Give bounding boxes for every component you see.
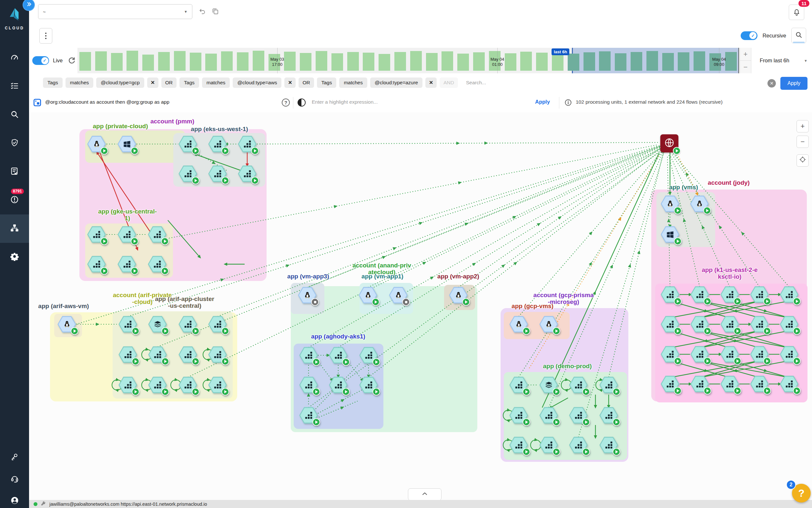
panel-expand-button[interactable]: [408, 488, 441, 501]
filter-apply-button[interactable]: Apply: [780, 77, 808, 90]
sidebar-item-support[interactable]: [10, 474, 19, 483]
topology-canvas[interactable]: account (pmm)app (private-cloud)app (eks…: [29, 113, 812, 500]
graph-node-stack[interactable]: [539, 377, 558, 393]
graph-node-pods[interactable]: [690, 346, 709, 363]
clear-filters-button[interactable]: ✕: [767, 79, 776, 87]
graph-node-pods[interactable]: [208, 377, 227, 393]
filter-remove-button[interactable]: ✕: [147, 78, 158, 88]
group-expression-input[interactable]: @org:cloudaccount as account then @org:g…: [45, 99, 170, 105]
graph-node-pods[interactable]: [179, 346, 197, 363]
filter-value-chip[interactable]: @cloud:type=aws: [233, 78, 281, 88]
graph-node-pods[interactable]: [148, 256, 166, 272]
graph-node-linux[interactable]: [449, 287, 468, 304]
graph-node-pods[interactable]: [118, 346, 137, 363]
timeline-zoom-out-button[interactable]: −: [740, 61, 751, 73]
graph-node-pods[interactable]: [690, 286, 709, 303]
sidebar-item-access-keys[interactable]: [10, 453, 19, 462]
graph-node-pods[interactable]: [179, 377, 197, 393]
filter-value-chip[interactable]: @cloud:type=azure: [370, 78, 423, 88]
graph-node-pods[interactable]: [539, 437, 558, 454]
canvas-fit-view-button[interactable]: [797, 154, 809, 167]
graph-node-pods[interactable]: [661, 286, 679, 303]
graph-node-linux[interactable]: [509, 316, 528, 333]
graph-node-pods[interactable]: [299, 377, 318, 393]
graph-node-pods[interactable]: [87, 256, 106, 272]
recursive-toggle[interactable]: ✓: [741, 31, 758, 40]
graph-node-pods[interactable]: [780, 286, 799, 303]
graph-node-pods[interactable]: [148, 377, 167, 393]
graph-node-pods[interactable]: [238, 136, 256, 153]
live-toggle[interactable]: ✓: [32, 56, 49, 65]
graph-node-pods[interactable]: [148, 346, 167, 363]
graph-node-pods[interactable]: [359, 377, 378, 393]
graph-node-pods[interactable]: [118, 316, 137, 333]
filter-remove-button[interactable]: ✕: [425, 78, 437, 88]
timeline-histogram[interactable]: May 0317:00May 0401:00May 0409:00last 6h: [78, 48, 739, 73]
graph-node-pods[interactable]: [329, 377, 347, 393]
filter-remove-button[interactable]: ✕: [284, 78, 296, 88]
more-options-button[interactable]: [39, 28, 52, 44]
filter-joiner-chip[interactable]: OR: [161, 78, 177, 88]
graph-node-pods[interactable]: [720, 376, 739, 392]
sidebar-item-inventory[interactable]: [0, 72, 29, 101]
graph-node-pods[interactable]: [690, 316, 709, 333]
sidebar-item-reports[interactable]: [0, 158, 29, 186]
highlight-expression-input[interactable]: Enter a highlight expression...: [312, 99, 378, 105]
graph-node-linux[interactable]: [298, 287, 317, 304]
undo-button[interactable]: [197, 7, 207, 17]
graph-node-pods[interactable]: [117, 226, 136, 243]
graph-node-pods[interactable]: [179, 165, 197, 182]
filter-value-chip[interactable]: @cloud:type=gcp: [96, 78, 144, 88]
highlight-toggle-icon[interactable]: [297, 98, 305, 107]
highlight-apply-button[interactable]: Apply: [535, 99, 550, 105]
graph-node-linux[interactable]: [389, 287, 408, 304]
filter-op-chip[interactable]: matches: [202, 78, 230, 88]
graph-node-pods[interactable]: [179, 316, 197, 333]
refresh-button[interactable]: [67, 56, 76, 65]
graph-node-linux[interactable]: [690, 196, 709, 212]
graph-node-pods[interactable]: [661, 376, 679, 392]
filter-op-chip[interactable]: matches: [339, 78, 367, 88]
graph-node-pods[interactable]: [599, 437, 618, 454]
sidebar-item-compliance[interactable]: [0, 129, 29, 158]
graph-node-pods[interactable]: [238, 165, 256, 182]
internet-node[interactable]: [660, 134, 678, 153]
graph-node-pods[interactable]: [780, 346, 799, 363]
graph-node-pods[interactable]: [599, 377, 618, 393]
graph-node-pods[interactable]: [661, 346, 679, 363]
sidebar-item-profile[interactable]: [10, 496, 19, 505]
graph-node-pods[interactable]: [359, 347, 378, 364]
graph-node-pods[interactable]: [208, 165, 227, 182]
sidebar-item-dashboard[interactable]: [0, 44, 29, 72]
canvas-zoom-in-button[interactable]: +: [797, 120, 809, 132]
graph-node-pods[interactable]: [780, 376, 799, 392]
graph-node-pods[interactable]: [117, 256, 136, 272]
help-icon[interactable]: ?: [282, 98, 290, 107]
graph-node-linux[interactable]: [359, 287, 377, 304]
graph-node-pods[interactable]: [750, 286, 769, 303]
graph-node-pods[interactable]: [750, 346, 769, 363]
graph-node-pods[interactable]: [329, 347, 347, 364]
graph-node-pods[interactable]: [208, 136, 227, 153]
sidebar-item-settings[interactable]: [0, 243, 29, 271]
graph-node-pods[interactable]: [509, 377, 528, 393]
graph-node-pods[interactable]: [87, 226, 106, 243]
graph-node-pods[interactable]: [118, 377, 137, 393]
graph-node-windows[interactable]: [117, 136, 136, 153]
graph-node-pods[interactable]: [179, 136, 197, 153]
sidebar-item-alerts[interactable]: 8791: [0, 186, 29, 214]
graph-node-linux[interactable]: [57, 316, 76, 333]
graph-node-pods[interactable]: [539, 407, 558, 424]
filter-joiner-chip[interactable]: OR: [298, 78, 314, 88]
graph-node-pods[interactable]: [148, 226, 166, 243]
graph-node-pods[interactable]: [208, 316, 227, 333]
graph-node-pods[interactable]: [599, 407, 618, 424]
graph-node-pods[interactable]: [750, 376, 769, 392]
graph-node-pods[interactable]: [569, 377, 588, 393]
canvas-zoom-out-button[interactable]: −: [797, 136, 809, 148]
filter-field-chip[interactable]: Tags: [43, 78, 63, 88]
graph-node-pods[interactable]: [720, 346, 739, 363]
graph-node-pods[interactable]: [720, 286, 739, 303]
sidebar-item-investigate[interactable]: [0, 101, 29, 129]
sidebar-item-network[interactable]: [0, 214, 29, 243]
